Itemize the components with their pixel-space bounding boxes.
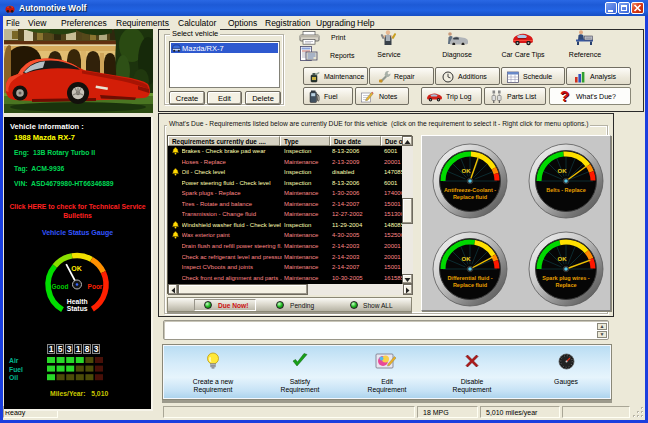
svg-text:Replace fluid: Replace fluid [453, 282, 487, 288]
svg-text:OK: OK [462, 256, 472, 262]
svg-text:Belts - Replace: Belts - Replace [546, 187, 585, 193]
svg-text:OK: OK [558, 168, 568, 174]
svg-text:OK: OK [558, 256, 568, 262]
svg-text:Differential fluid -: Differential fluid - [447, 275, 492, 281]
svg-text:Poor: Poor [88, 283, 103, 290]
svg-text:OK: OK [462, 168, 472, 174]
svg-text:Antifreeze-Coolant -: Antifreeze-Coolant - [444, 187, 496, 193]
svg-text:Replace fluid: Replace fluid [453, 194, 487, 200]
svg-text:OK: OK [71, 265, 82, 272]
svg-text:Good: Good [52, 283, 69, 290]
svg-text:Spark plug wires -: Spark plug wires - [542, 275, 590, 281]
svg-text:Replace: Replace [555, 282, 576, 288]
svg-text:Status: Status [67, 305, 88, 312]
svg-text:Health: Health [67, 298, 88, 305]
